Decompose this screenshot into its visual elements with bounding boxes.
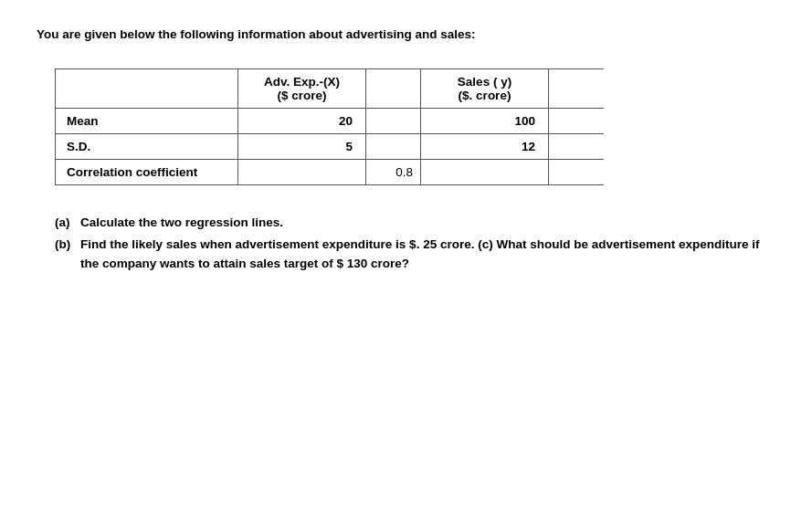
mid-header-empty bbox=[366, 69, 421, 109]
mean-label-cell: Mean bbox=[56, 109, 238, 134]
question-a: (a) Calculate the two regression lines. bbox=[55, 213, 775, 233]
question-b-label: (b) bbox=[55, 235, 80, 274]
sd-sales-cell: 12 bbox=[421, 134, 549, 160]
corr-adv-cell bbox=[238, 160, 366, 185]
mean-sales-cell: 100 bbox=[421, 109, 549, 134]
intro-text: You are given below the following inform… bbox=[37, 27, 775, 41]
stats-table: Adv. Exp.-(X) ($ crore) Sales ( y) ($. c… bbox=[55, 68, 604, 185]
corr-sales-cell bbox=[421, 160, 549, 185]
question-b-text: Find the likely sales when advertisement… bbox=[80, 235, 775, 274]
question-b: (b) Find the likely sales when advertise… bbox=[55, 235, 775, 274]
sd-mid-cell bbox=[366, 134, 421, 160]
table-row-mean: Mean 20 100 bbox=[56, 109, 604, 134]
question-a-text: Calculate the two regression lines. bbox=[80, 213, 775, 233]
sd-label-cell: S.D. bbox=[56, 134, 238, 160]
sales-header-line2: ($. crore) bbox=[459, 89, 511, 102]
adv-header-line2: ($ crore) bbox=[277, 89, 326, 102]
questions-section: (a) Calculate the two regression lines. … bbox=[55, 213, 775, 274]
empty-header-cell bbox=[56, 69, 238, 109]
mean-right-cell bbox=[549, 109, 604, 134]
table-row-corr: Correlation coefficient 0.8 bbox=[56, 160, 604, 185]
corr-right-cell bbox=[549, 160, 604, 185]
adv-header-line1: Adv. Exp.-(X) bbox=[264, 75, 340, 89]
corr-label-cell: Correlation coefficient bbox=[56, 160, 238, 185]
corr-mid-cell: 0.8 bbox=[366, 160, 421, 185]
question-a-label: (a) bbox=[55, 213, 80, 233]
sd-right-cell bbox=[549, 134, 604, 160]
table-header-row: Adv. Exp.-(X) ($ crore) Sales ( y) ($. c… bbox=[56, 69, 604, 109]
sales-header-cell: Sales ( y) ($. crore) bbox=[421, 69, 549, 109]
sd-adv-cell: 5 bbox=[238, 134, 366, 160]
table-row-sd: S.D. 5 12 bbox=[56, 134, 604, 160]
mean-adv-cell: 20 bbox=[238, 109, 366, 134]
adv-header-cell: Adv. Exp.-(X) ($ crore) bbox=[238, 69, 366, 109]
data-table-wrapper: Adv. Exp.-(X) ($ crore) Sales ( y) ($. c… bbox=[37, 68, 775, 185]
mean-mid-cell bbox=[366, 109, 421, 134]
sales-header-line1: Sales ( y) bbox=[458, 75, 511, 89]
right-header-empty bbox=[549, 69, 604, 109]
